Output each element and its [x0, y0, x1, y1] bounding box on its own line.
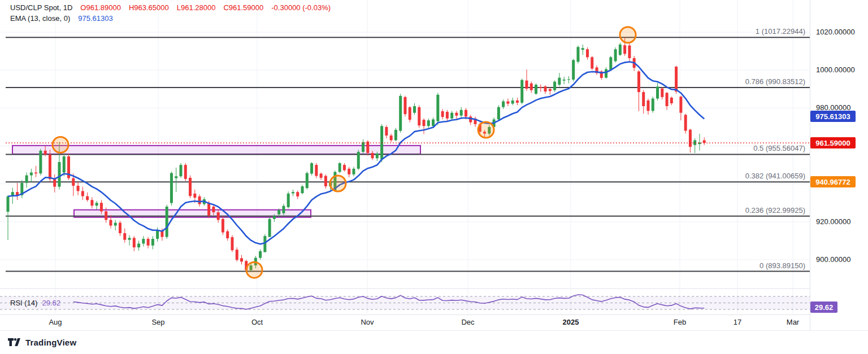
candle-body — [156, 230, 159, 239]
candle-body — [310, 163, 313, 173]
brand-name[interactable]: TradingView — [25, 338, 76, 347]
candle-body — [166, 207, 168, 237]
candle-body — [240, 258, 243, 261]
candle-body — [315, 165, 318, 176]
candle-body — [198, 196, 201, 204]
change-value: -0.30000 (-0.03%) — [271, 2, 331, 13]
candle-body — [207, 203, 210, 216]
candle-body — [497, 107, 500, 120]
candle-body — [511, 100, 514, 104]
candle-body — [436, 95, 439, 121]
rsi-indicator-label[interactable]: RSI (14) — [10, 299, 37, 307]
candle-body — [7, 196, 10, 212]
candle-body — [25, 176, 28, 183]
ohlc-open-value: O961.89000 — [80, 2, 121, 13]
candle-body — [142, 239, 145, 243]
candle-body — [175, 176, 177, 178]
candle-body — [170, 173, 173, 203]
candle-body — [137, 243, 140, 247]
time-axis[interactable]: AugSepOctNovDec2025Feb17Mar — [0, 314, 810, 331]
candle-body — [661, 89, 663, 97]
candle-body — [133, 238, 136, 247]
candle-body — [292, 192, 294, 193]
candle-body — [409, 107, 411, 120]
tradingview-chart-window: 1 (1017.22944)0.786 (990.83512)0.5 (955.… — [0, 0, 868, 354]
ohlc-close-value: C961.59000 — [223, 2, 263, 13]
candle-body — [44, 151, 47, 155]
footer-bar: TradingView — [0, 330, 868, 354]
candle-body — [535, 85, 537, 94]
candle-body — [277, 210, 280, 215]
candle-body — [343, 165, 346, 170]
candle-body — [637, 72, 640, 93]
candle-body — [581, 48, 584, 50]
candle-body — [338, 163, 341, 172]
circle-marker — [330, 176, 346, 191]
price-tick-label: 1020.00000 — [816, 28, 855, 36]
circle-marker — [478, 122, 494, 138]
candle-body — [525, 81, 528, 89]
candle-body — [586, 49, 589, 57]
candle-body — [86, 196, 89, 200]
chart-legend: USD/CLP Spot, 1D O961.89000 H963.65000 L… — [10, 2, 331, 24]
tradingview-logo-icon[interactable] — [8, 338, 21, 347]
time-axis-label: Mar — [787, 318, 799, 326]
candle-body — [362, 142, 364, 152]
candle-body — [549, 89, 552, 91]
candle-body — [72, 178, 75, 186]
candle-body — [591, 57, 593, 68]
time-axis-label: Nov — [361, 318, 374, 326]
candle-body — [539, 87, 542, 88]
candle-body — [675, 67, 678, 91]
candle-body — [446, 112, 449, 119]
candle-body — [520, 80, 523, 103]
ohlc-high-value: H963.65000 — [129, 2, 169, 13]
candle-body — [306, 173, 309, 189]
candle-body — [352, 169, 355, 174]
price-tick-label: 1000.00000 — [816, 65, 855, 74]
candle-body — [231, 237, 233, 250]
candle-body — [222, 219, 224, 233]
time-axis-label: Sep — [151, 318, 164, 326]
candle-body — [282, 206, 285, 213]
candle-body — [348, 169, 350, 174]
candle-body — [567, 79, 570, 80]
fib-level-label: 0.236 (922.99925) — [745, 206, 805, 215]
ema-indicator-label[interactable]: EMA (13, close, 0) — [10, 13, 70, 24]
candle-body — [619, 45, 622, 55]
time-axis-label: 2025 — [563, 318, 579, 326]
candle-body — [623, 45, 626, 54]
candle-body — [236, 250, 238, 260]
candle-body — [268, 219, 271, 237]
candle-body — [179, 165, 182, 176]
candle-body — [30, 173, 33, 176]
candle-body — [576, 47, 579, 62]
candle-body — [296, 192, 299, 196]
candle-body — [460, 110, 463, 116]
rsi-value-badge: 29.62 — [810, 301, 837, 313]
candle-body — [646, 100, 649, 111]
candle-body — [184, 165, 187, 179]
candle-body — [516, 100, 519, 103]
candle-body — [689, 130, 692, 147]
price-chart-canvas[interactable]: 1 (1017.22944)0.786 (990.83512)0.5 (955.… — [0, 0, 868, 354]
candle-body — [324, 176, 327, 186]
candle-body — [427, 120, 430, 126]
candle-body — [553, 82, 556, 90]
candle-body — [53, 179, 56, 186]
candle-body — [119, 223, 121, 233]
candle-body — [77, 186, 80, 191]
candle-body — [502, 102, 505, 107]
fib-level-label: 0 (893.89150) — [760, 261, 805, 270]
candle-body — [385, 127, 388, 136]
candle-body — [217, 212, 220, 220]
candle-body — [652, 99, 654, 111]
candle-body — [572, 60, 575, 80]
candle-body — [259, 251, 262, 258]
candle-body — [679, 97, 682, 113]
candle-body — [558, 78, 561, 85]
ema-price-badge: 975.61303 — [810, 111, 856, 122]
candle-body — [128, 238, 131, 239]
symbol-title[interactable]: USD/CLP Spot, 1D — [10, 2, 72, 13]
price-axis[interactable]: 1020.000001000.00000980.00000920.0000090… — [810, 0, 868, 330]
